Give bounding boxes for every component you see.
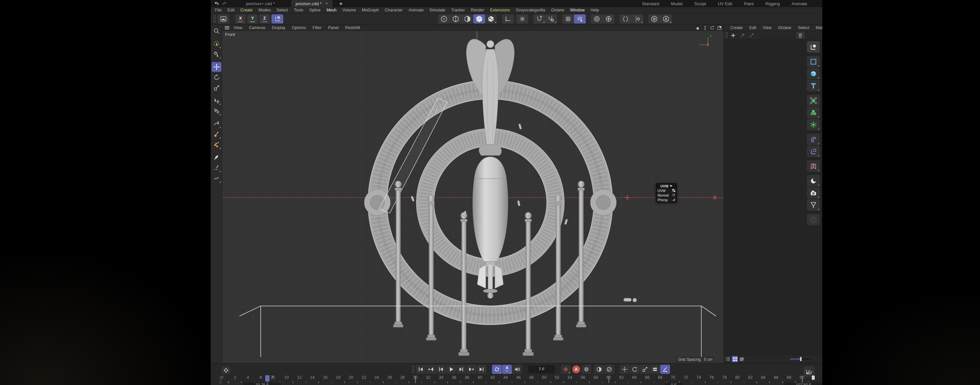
add-icon[interactable] [729,32,737,39]
undo-icon[interactable] [213,1,221,6]
grid-view-icon[interactable] [732,356,738,362]
viewport-menu-item[interactable]: Options [289,25,309,30]
range-end-field[interactable]: 107.50 F [784,383,822,385]
workplane-icon[interactable] [218,14,229,24]
range-end-handle[interactable] [812,375,815,380]
record-keyframe-icon[interactable] [561,365,571,374]
deformer-bend-icon[interactable] [807,134,820,145]
enable-axis-icon[interactable] [502,14,514,24]
tag-row-phong[interactable]: Phong [657,197,676,202]
menu-item[interactable]: Edit [224,8,237,13]
loop-mode-icon[interactable] [492,365,502,374]
right-panel-menu-item[interactable]: Create [727,25,746,30]
find-zoom-icon[interactable] [212,26,221,36]
scale-tool-icon[interactable] [212,83,221,93]
autokey-toggle[interactable]: A [572,365,580,373]
dolly-view-icon[interactable] [703,25,708,30]
viewport-menu-icon[interactable] [224,25,230,30]
edges-mode-icon[interactable] [450,14,461,24]
snap-toggle-icon[interactable] [533,14,545,24]
range-start-field[interactable]: 33.75 F [243,383,281,385]
motext-icon[interactable] [807,80,820,91]
menu-item[interactable]: Volume [339,8,359,13]
icon-size-slider[interactable] [790,358,810,360]
viewport-menu-item[interactable]: Redshift [342,25,363,30]
tag-row-uvw[interactable]: UVW [657,188,676,192]
workplane-mode-icon[interactable] [517,14,528,24]
menu-item[interactable]: Help [588,8,602,13]
menu-item[interactable]: Greyscalegorilla [513,8,548,13]
menu-item[interactable]: Render [468,8,487,13]
menu-item[interactable]: Extensions [487,8,513,13]
symmetry-icon[interactable] [620,14,632,24]
viewport-menu-item[interactable]: Cameras [246,25,269,30]
line-cut-tool-icon[interactable] [212,163,221,173]
primitive-cube-icon[interactable] [807,68,820,80]
redo-icon[interactable] [221,1,228,6]
panel-drag-handle[interactable] [725,32,728,38]
null-axis-icon[interactable] [807,146,820,157]
viewport-canvas[interactable]: Front Y UVW [223,31,724,363]
layer-view-icon[interactable] [738,356,745,362]
viewport-menu-item[interactable]: Panel [325,25,342,30]
play-icon[interactable] [446,365,456,374]
spline-pen-icon[interactable] [212,119,221,129]
previous-frame-icon[interactable] [436,365,446,374]
live-selection-icon[interactable] [212,39,221,49]
coordinate-system-icon[interactable] [272,14,283,24]
menu-item[interactable]: Animate [406,8,426,13]
menu-item[interactable]: Modes [255,8,274,13]
spline-rectangle-icon[interactable] [807,56,820,67]
frame-ruler[interactable]: 0246810121416182022242628303234363840424… [222,375,815,381]
menu-item[interactable]: Window [567,8,587,13]
workspace-tab[interactable]: Model [671,1,682,6]
keying-settings-gear-icon[interactable] [581,365,591,374]
key-parameter-icon[interactable] [650,365,660,374]
menu-item[interactable]: Spline [306,8,324,13]
workspace-tab[interactable]: Animate [792,1,807,6]
menu-item[interactable]: Character [382,8,406,13]
lock-z-axis-button[interactable]: Z [259,14,270,24]
light-icon[interactable] [807,199,820,211]
rotate-view-icon[interactable] [710,25,715,30]
sky-environment-icon[interactable] [807,175,820,186]
viewport-menu-item[interactable]: Filter [309,25,325,30]
transport-drag-handle[interactable] [412,365,414,374]
viewport-menu-item[interactable]: Display [269,25,289,30]
symmetry-instance-icon[interactable] [807,160,820,172]
points-mode-icon[interactable] [438,14,450,24]
key-scale-icon[interactable] [640,365,650,374]
list-view-icon[interactable] [725,356,731,362]
multi-move-tool-icon[interactable] [212,106,221,116]
rotate-tool-icon[interactable] [212,73,221,82]
model-mode-icon[interactable] [473,14,485,24]
lock-y-axis-button[interactable]: Y [247,14,258,24]
viewport-solo-icon[interactable] [648,14,660,24]
tag-row-normal[interactable]: Normal [657,193,676,197]
snap-settings-icon[interactable] [545,14,557,24]
goto-start-icon[interactable] [416,365,426,374]
tweak-tool-icon[interactable] [212,49,221,59]
key-selection-filter-icon[interactable] [594,365,604,374]
link-in-icon[interactable] [748,32,755,39]
playhead[interactable] [265,375,269,382]
menu-item[interactable]: Tools [291,8,306,13]
symmetry-settings-icon[interactable] [632,14,643,24]
right-panel-menu-item[interactable]: Octane [775,25,794,30]
slider-knob[interactable] [800,357,802,361]
workspace-tab[interactable]: UV Edit [718,1,732,6]
scatter-pen-icon[interactable] [212,140,221,150]
polygons-mode-icon[interactable] [461,14,473,24]
right-panel-menu-item[interactable]: View [759,25,775,30]
document-tab-active[interactable]: jerichorr.c4d * × [291,0,332,7]
right-panel-menu-item[interactable]: Material [813,25,822,30]
menu-item[interactable]: File [212,8,224,13]
menu-item[interactable]: Simulate [426,8,449,13]
range-mid-field[interactable]: 0 F [665,383,683,385]
polygon-pen-icon[interactable] [212,129,221,139]
menu-item[interactable]: Create [237,8,256,13]
right-panel-menu-item[interactable]: Edit [746,25,760,30]
key-rotation-icon[interactable] [630,365,640,374]
right-panel-menu-item[interactable]: Select [794,25,813,30]
menu-item[interactable]: MoGraph [359,8,382,13]
